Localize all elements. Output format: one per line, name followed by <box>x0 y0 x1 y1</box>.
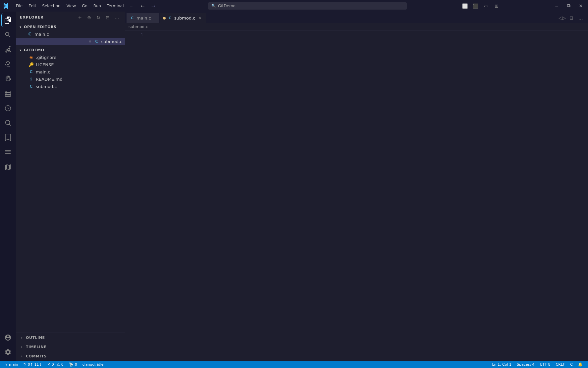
status-line-ending[interactable]: CRLF <box>553 361 568 368</box>
new-folder-icon[interactable]: ⊕ <box>85 14 93 22</box>
file-gitignore[interactable]: ◉ .gitignore <box>16 54 125 61</box>
open-editors-button[interactable]: ◁▷ <box>558 14 566 22</box>
collapse-all-icon[interactable]: ⊟ <box>104 14 112 22</box>
spaces-label: Spaces: 4 <box>517 362 534 367</box>
svg-point-3 <box>6 91 7 92</box>
open-editor-submod-c[interactable]: ✕ C submod.c <box>16 38 125 45</box>
tab-submod-close-button[interactable]: ✕ <box>197 16 202 21</box>
status-notifications[interactable]: 🔔 <box>575 361 585 368</box>
svg-rect-0 <box>5 91 11 93</box>
commits-label: COMMITS <box>26 354 47 358</box>
status-sync[interactable]: ↻ 0↑ 11↓ <box>21 361 44 368</box>
commits-chevron: › <box>19 353 25 359</box>
activity-item-search-editor[interactable] <box>1 116 15 129</box>
branch-icon: ⑂ <box>5 362 8 367</box>
activity-item-run-debug[interactable] <box>1 57 15 70</box>
restore-button[interactable]: ⧉ <box>564 1 573 11</box>
menu-view[interactable]: View <box>64 2 79 10</box>
activity-item-bookmarks[interactable] <box>1 131 15 144</box>
refresh-explorer-icon[interactable]: ↻ <box>94 14 102 22</box>
nav-forward-button[interactable]: → <box>149 2 157 10</box>
menu-more[interactable]: ... <box>127 2 136 10</box>
gitdemo-section[interactable]: ▾ GITDEMO <box>16 46 125 54</box>
close-submod-icon[interactable]: ✕ <box>87 39 93 44</box>
tab-submod-c-label: submod.c <box>174 16 195 21</box>
activity-item-extensions-marketplace[interactable] <box>1 161 15 174</box>
file-submod-c[interactable]: C submod.c <box>16 83 125 90</box>
submod-c-open-label: submod.c <box>101 39 122 44</box>
activity-item-source-control[interactable] <box>1 43 15 56</box>
new-file-icon[interactable]: + <box>76 14 84 22</box>
license-icon: 🔑 <box>28 62 34 67</box>
open-editors-label: OPEN EDITORS <box>24 25 57 29</box>
status-position[interactable]: Ln 1, Col 1 <box>489 361 514 368</box>
toggle-primary-sidebar-icon[interactable]: ⬜ <box>460 1 469 11</box>
svg-rect-1 <box>5 93 11 95</box>
menu-run[interactable]: Run <box>91 2 104 10</box>
activity-item-timeline[interactable] <box>1 102 15 115</box>
tabs-bar: C main.c C submod.c ✕ ◁▷ ⊟ ... <box>125 12 588 23</box>
sidebar-actions: + ⊕ ↻ ⊟ ... <box>76 14 121 22</box>
timeline-chevron: › <box>19 344 25 349</box>
activity-item-todo[interactable] <box>1 145 15 159</box>
menu-terminal[interactable]: Terminal <box>104 2 127 10</box>
clangd-label: clangd: idle <box>82 362 104 367</box>
timeline-panel[interactable]: › TIMELINE <box>16 342 125 351</box>
tab-submod-c-icon: C <box>168 16 172 21</box>
file-license[interactable]: 🔑 LICENSE <box>16 61 125 68</box>
outline-chevron: › <box>19 335 25 340</box>
nav-back-button[interactable]: ← <box>139 2 147 10</box>
close-button[interactable]: ✕ <box>576 1 585 11</box>
open-editors-section[interactable]: ▾ OPEN EDITORS <box>16 23 125 30</box>
status-live-share[interactable]: 📡 0 <box>66 361 80 368</box>
search-icon: 🔍 <box>211 4 216 8</box>
minimize-button[interactable]: − <box>552 1 561 11</box>
status-clangd[interactable]: clangd: idle <box>80 361 106 368</box>
sidebar-title: EXPLORER <box>20 15 44 20</box>
menu-selection[interactable]: Selection <box>39 2 63 10</box>
search-text: GitDemo <box>218 4 236 8</box>
activity-item-remote-explorer[interactable] <box>1 87 15 100</box>
file-readme[interactable]: ℹ README.md <box>16 75 125 83</box>
editor-content[interactable]: 1 <box>125 30 588 361</box>
main-c-file-icon: C <box>27 31 32 37</box>
status-spaces[interactable]: Spaces: 4 <box>514 361 537 368</box>
status-language[interactable]: C <box>567 361 575 368</box>
timeline-label: TIMELINE <box>26 345 46 349</box>
activity-item-extensions[interactable] <box>1 72 15 85</box>
tab-main-c[interactable]: C main.c <box>127 13 160 23</box>
vscode-logo <box>3 3 9 9</box>
activity-item-search[interactable] <box>1 28 15 41</box>
toggle-panel-icon[interactable]: ⬛ <box>471 1 480 11</box>
commits-panel[interactable]: › COMMITS <box>16 351 125 361</box>
language-label: C <box>570 362 573 367</box>
more-actions-icon[interactable]: ... <box>113 14 121 22</box>
open-editor-main-c[interactable]: C main.c <box>16 30 125 38</box>
menu-go[interactable]: Go <box>79 2 90 10</box>
tab-submod-c[interactable]: C submod.c ✕ <box>160 13 206 23</box>
line-ending-label: CRLF <box>556 362 565 367</box>
menu-edit[interactable]: Edit <box>26 2 39 10</box>
svg-rect-7 <box>5 152 11 152</box>
status-branch[interactable]: ⑂ main <box>3 361 21 368</box>
activity-item-settings[interactable] <box>1 345 15 359</box>
outline-panel[interactable]: › OUTLINE <box>16 333 125 342</box>
customize-layout-icon[interactable]: ⊞ <box>492 1 501 11</box>
status-encoding[interactable]: UTF-8 <box>537 361 553 368</box>
main-c-tree-icon: C <box>28 69 34 74</box>
toggle-secondary-sidebar-icon[interactable]: ▭ <box>481 1 491 11</box>
position-label: Ln 1, Col 1 <box>492 362 511 367</box>
command-palette[interactable]: 🔍 GitDemo <box>208 2 407 10</box>
more-tab-actions-button[interactable]: ... <box>577 14 585 22</box>
title-bar: File Edit Selection View Go Run Terminal… <box>0 0 588 12</box>
readme-icon: ℹ <box>28 76 34 82</box>
activity-item-explorer[interactable] <box>1 14 15 27</box>
gitignore-icon: ◉ <box>28 55 34 60</box>
activity-item-accounts[interactable] <box>1 331 15 344</box>
status-errors[interactable]: ✕ 0 ⚠ 0 <box>45 361 66 368</box>
outline-label: OUTLINE <box>26 336 45 340</box>
split-editor-button[interactable]: ⊟ <box>567 14 575 22</box>
menu-file[interactable]: File <box>13 2 25 10</box>
file-main-c[interactable]: C main.c <box>16 68 125 75</box>
window-controls: − ⧉ ✕ <box>552 1 585 11</box>
